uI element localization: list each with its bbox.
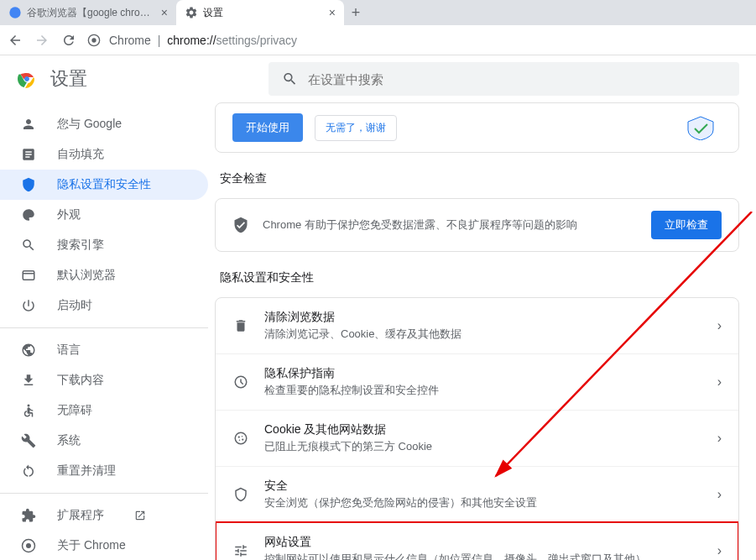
favicon-icon (8, 6, 22, 19)
autofill-icon (20, 147, 37, 162)
sidebar-item-globe[interactable]: 语言 (0, 335, 208, 365)
sidebar-item-label: 关于 Chrome (57, 538, 126, 553)
sidebar-item-label: 自动填充 (57, 147, 104, 162)
privacy-row-guide[interactable]: 隐私保护指南检查重要的隐私控制设置和安全控件› (216, 353, 738, 410)
search-icon (282, 71, 298, 87)
reset-icon (20, 463, 37, 479)
svg-point-11 (238, 436, 240, 437)
close-icon[interactable]: × (329, 7, 336, 18)
shield-check-icon (232, 217, 249, 233)
sidebar-item-label: 扩展程序 (57, 508, 104, 523)
tab-title: 设置 (203, 6, 223, 20)
shield-graphic-icon (680, 115, 722, 140)
palette-icon (20, 207, 37, 222)
download-icon (20, 373, 37, 388)
search-input[interactable] (308, 72, 726, 86)
row-subtitle: 安全浏览（保护您免受危险网站的侵害）和其他安全设置 (264, 495, 702, 510)
trash-icon (232, 318, 249, 333)
sidebar-item-autofill[interactable]: 自动填充 (0, 139, 208, 170)
chevron-right-icon: › (717, 374, 722, 390)
sidebar-item-person[interactable]: 您与 Google (0, 109, 208, 139)
sidebar-item-label: 无障碍 (57, 403, 92, 418)
row-subtitle: 清除浏览记录、Cookie、缓存及其他数据 (264, 327, 702, 342)
chevron-right-icon: › (717, 431, 722, 446)
sidebar-item-label: 搜索引擎 (57, 238, 104, 253)
sidebar-item-wrench[interactable]: 系统 (0, 426, 208, 456)
sidebar-item-label: 外观 (57, 207, 81, 222)
tab-title: 谷歌浏览器【google chrome】 (27, 6, 156, 20)
divider (0, 327, 208, 328)
dismiss-button[interactable]: 无需了，谢谢 (315, 115, 397, 141)
row-title: Cookie 及其他网站数据 (264, 422, 702, 437)
section-heading-privacy: 隐私设置和安全性 (220, 270, 739, 285)
reload-button[interactable] (60, 33, 77, 48)
gear-icon (185, 6, 198, 19)
wrench-icon (20, 433, 37, 448)
settings-search[interactable] (269, 62, 739, 96)
sidebar-item-label: 启动时 (57, 298, 92, 313)
page-title: 设置 (50, 66, 87, 92)
privacy-row-tune[interactable]: 网站设置控制网站可以使用和显示什么信息（如位置信息、摄像头、弹出式窗口及其他）› (216, 522, 738, 560)
sidebar-item-browser[interactable]: 默认浏览器 (0, 260, 208, 290)
tune-icon (232, 543, 249, 558)
row-title: 网站设置 (264, 535, 702, 550)
svg-point-14 (242, 438, 243, 440)
external-link-icon (134, 510, 146, 521)
divider (0, 493, 208, 494)
settings-header: 设置 (0, 55, 756, 102)
sidebar-item-label: 隐私设置和安全性 (57, 177, 151, 192)
row-subtitle: 已阻止无痕模式下的第三方 Cookie (264, 439, 702, 454)
guide-icon (232, 374, 249, 390)
sidebar-item-download[interactable]: 下载内容 (0, 365, 208, 395)
safety-check-card: Chrome 有助于保护您免受数据泄露、不良扩展程序等问题的影响 立即检查 (215, 198, 739, 252)
cookie-icon (232, 431, 249, 446)
section-heading-safety: 安全检查 (220, 171, 739, 186)
privacy-row-security[interactable]: 安全安全浏览（保护您免受危险网站的侵害）和其他安全设置› (216, 466, 738, 522)
check-now-button[interactable]: 立即检查 (651, 211, 722, 239)
sidebar-item-extension[interactable]: 扩展程序 (0, 500, 208, 531)
shield-icon (20, 177, 37, 192)
sidebar-item-label: 重置并清理 (57, 463, 116, 479)
search-icon (20, 238, 37, 253)
chrome-info-icon (87, 34, 101, 47)
url-field[interactable]: Chrome | chrome://settings/privacy (87, 34, 297, 47)
svg-point-2 (91, 38, 96, 42)
sidebar-item-search[interactable]: 搜索引擎 (0, 230, 208, 260)
sidebar-item-label: 语言 (57, 343, 81, 358)
sidebar-item-shield[interactable]: 隐私设置和安全性 (0, 170, 208, 200)
chrome-icon (20, 538, 37, 553)
sidebar-item-power[interactable]: 启动时 (0, 290, 208, 321)
sidebar-item-palette[interactable]: 外观 (0, 200, 208, 230)
start-button[interactable]: 开始使用 (232, 113, 303, 142)
browser-icon (20, 268, 37, 283)
sidebar-item-label: 下载内容 (57, 373, 104, 388)
globe-icon (20, 343, 37, 358)
privacy-row-cookie[interactable]: Cookie 及其他网站数据已阻止无痕模式下的第三方 Cookie› (216, 410, 738, 466)
tab-other[interactable]: 谷歌浏览器【google chrome】 × (0, 0, 176, 25)
url-bar: Chrome | chrome://settings/privacy (0, 25, 756, 55)
content: 开始使用 无需了，谢谢 安全检查 Chrome 有助于保护您免受数据泄露、不良扩… (215, 102, 756, 560)
power-icon (20, 298, 37, 313)
new-tab-button[interactable]: + (344, 0, 368, 25)
row-subtitle: 控制网站可以使用和显示什么信息（如位置信息、摄像头、弹出式窗口及其他） (264, 552, 702, 560)
svg-point-10 (235, 432, 247, 444)
chevron-right-icon: › (717, 487, 722, 502)
svg-point-12 (242, 436, 243, 437)
row-title: 隐私保护指南 (264, 366, 702, 381)
back-button[interactable] (7, 33, 23, 48)
chevron-right-icon: › (717, 543, 722, 558)
svg-point-0 (9, 7, 20, 18)
sidebar-item-label: 默认浏览器 (57, 268, 116, 283)
close-icon[interactable]: × (161, 7, 168, 18)
person-icon (20, 117, 37, 132)
sidebar-item-accessibility[interactable]: 无障碍 (0, 395, 208, 426)
sidebar-item-reset[interactable]: 重置并清理 (0, 456, 208, 486)
tab-settings[interactable]: 设置 × (176, 0, 344, 25)
promo-card: 开始使用 无需了，谢谢 (215, 102, 739, 153)
forward-button[interactable] (34, 33, 50, 48)
svg-rect-4 (23, 271, 34, 280)
chrome-logo-icon (17, 69, 37, 89)
sidebar-item-chrome[interactable]: 关于 Chrome (0, 531, 208, 560)
privacy-row-trash[interactable]: 清除浏览数据清除浏览记录、Cookie、缓存及其他数据› (216, 298, 738, 353)
chevron-right-icon: › (717, 318, 722, 333)
